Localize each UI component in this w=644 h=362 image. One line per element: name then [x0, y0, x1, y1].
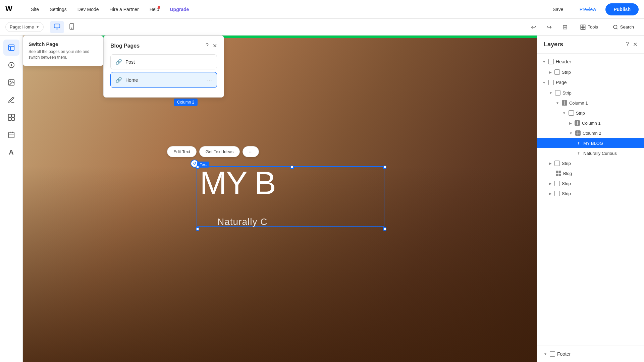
help-icon[interactable]: ?: [206, 43, 209, 49]
layer-naturally-curious[interactable]: T Naturally Curious: [537, 148, 644, 158]
sidebar-item-media[interactable]: [3, 74, 19, 90]
svg-rect-22: [8, 118, 11, 120]
blog-page-post-label: Post: [125, 59, 135, 65]
layer-my-blog[interactable]: T MY BLOG: [537, 138, 644, 148]
strip-icon: [569, 110, 574, 116]
main-area: A Switch Page See all the pages on your …: [0, 36, 644, 362]
layer-label: Column 1: [569, 101, 588, 106]
nav-help[interactable]: Help: [146, 4, 163, 15]
blog-page-home-label: Home: [125, 77, 138, 83]
collapse-icon: ▼: [542, 81, 546, 84]
grid-icon: [556, 171, 561, 176]
header-section-label: Header: [556, 59, 571, 64]
column-icon: [562, 100, 567, 106]
preview-button[interactable]: Preview: [573, 4, 603, 15]
page-selector-label: Page: Home: [10, 24, 34, 29]
strip-icon: [555, 90, 560, 96]
close-icon[interactable]: ✕: [213, 43, 217, 49]
svg-rect-23: [11, 118, 14, 120]
layers-title: Layers: [544, 41, 563, 48]
search-label: Search: [620, 24, 634, 29]
layers-header-icons: ? ✕: [626, 41, 637, 48]
resize-handle-ml[interactable]: [196, 227, 199, 231]
page-selector[interactable]: Page: Home ▼: [5, 22, 44, 32]
layer-label: Strip: [562, 161, 571, 166]
layer-column1[interactable]: ▼ Column 1: [537, 98, 644, 108]
switch-page-description: See all the pages on your site and switc…: [29, 49, 98, 60]
expand-icon: ▼: [562, 111, 566, 115]
strip-icon: [554, 161, 560, 166]
device-switcher: [50, 21, 78, 33]
publish-button[interactable]: Publish: [605, 3, 639, 15]
resize-handle-tr[interactable]: [383, 166, 386, 169]
layer-inner-col1[interactable]: ▶ Column 1: [537, 118, 644, 128]
tools-button[interactable]: Tools: [576, 22, 602, 33]
redo-button[interactable]: ↪: [544, 21, 554, 34]
my-blog-text[interactable]: MY B: [197, 167, 384, 199]
strip-icon: [554, 191, 560, 196]
sidebar-item-blog[interactable]: [3, 92, 19, 108]
sidebar-item-fonts[interactable]: A: [3, 144, 19, 160]
layers-header: Layers ? ✕: [537, 36, 644, 54]
more-options-icon[interactable]: ···: [207, 76, 212, 83]
layer-label: Column 2: [583, 131, 601, 136]
layer-page-strip[interactable]: ▼ Strip: [537, 88, 644, 98]
editor-toolbar: Page: Home ▼ ↩ ↪ ⊞ Tools Search: [0, 19, 644, 36]
naturally-curious-text: Naturally C: [217, 217, 267, 227]
undo-button[interactable]: ↩: [528, 21, 539, 34]
blog-page-post[interactable]: 🔗 Post: [110, 54, 217, 69]
zoom-button[interactable]: ⊞: [560, 21, 570, 34]
layers-close-icon[interactable]: ✕: [633, 41, 637, 48]
layer-inner-col2[interactable]: ▼ Column 2: [537, 128, 644, 138]
sidebar-item-pages[interactable]: [3, 40, 19, 56]
top-navigation: W Site Settings Dev Mode Hire a Partner …: [0, 0, 644, 19]
nav-hire-partner[interactable]: Hire a Partner: [106, 4, 143, 15]
layer-inner-strip[interactable]: ▼ Strip: [537, 108, 644, 118]
blog-page-home[interactable]: 🔗 Home ···: [110, 72, 217, 88]
nav-settings[interactable]: Settings: [46, 4, 71, 15]
layer-strip-3[interactable]: ▶ Strip: [537, 178, 644, 188]
sidebar-item-bookings[interactable]: [3, 127, 19, 143]
edit-text-button[interactable]: Edit Text: [167, 146, 197, 157]
get-text-ideas-button[interactable]: Get Text Ideas: [199, 146, 240, 157]
text-icon: T: [576, 150, 581, 156]
layer-label: Strip: [562, 191, 571, 196]
resize-handle-tl[interactable]: [196, 166, 199, 169]
blog-panel-title: Blog Pages: [110, 43, 140, 49]
expand-icon: ▼: [556, 101, 559, 105]
section-icon: [550, 351, 555, 357]
svg-rect-6: [581, 25, 583, 27]
resize-handle-tc[interactable]: [290, 166, 294, 169]
more-options-button[interactable]: ···: [243, 146, 259, 157]
blog-pages-panel: Blog Pages ? ✕ 🔗 Post 🔗 Home ···: [103, 36, 224, 98]
layers-page-section[interactable]: ▼ Page: [537, 77, 644, 88]
layer-label: Column 1: [582, 121, 601, 126]
layer-label: MY BLOG: [583, 141, 603, 146]
svg-rect-20: [8, 114, 11, 117]
strip-icon: [554, 181, 560, 186]
layer-label: Naturally Curious: [583, 151, 617, 156]
editor-tools: ↩ ↪ ⊞ Tools Search: [528, 21, 639, 34]
layer-strip-4[interactable]: ▶ Strip: [537, 188, 644, 198]
save-button[interactable]: Save: [546, 4, 570, 15]
layers-help-icon[interactable]: ?: [626, 41, 629, 48]
svg-rect-24: [8, 132, 14, 138]
footer-section-toggle[interactable]: ▼ Footer: [544, 351, 637, 357]
desktop-view-button[interactable]: [50, 21, 64, 33]
resize-handle-mr[interactable]: [383, 227, 386, 231]
nav-devmode[interactable]: Dev Mode: [73, 4, 103, 15]
layers-panel: Layers ? ✕ ▼ Header ▶ Strip ▼: [537, 36, 644, 362]
sidebar-item-apps[interactable]: [3, 109, 19, 125]
strip-icon: [554, 69, 560, 75]
layer-blog[interactable]: Blog: [537, 168, 644, 178]
nav-site[interactable]: Site: [27, 4, 43, 15]
mobile-view-button[interactable]: [65, 21, 78, 33]
nav-upgrade[interactable]: Upgrade: [166, 4, 193, 15]
sidebar-item-add[interactable]: [3, 57, 19, 73]
svg-rect-1: [54, 24, 60, 28]
layer-header-strip[interactable]: ▶ Strip: [537, 67, 644, 77]
layers-header-section[interactable]: ▼ Header: [537, 56, 644, 67]
layer-blog-strip[interactable]: ▶ Strip: [537, 158, 644, 168]
search-button[interactable]: Search: [608, 22, 639, 33]
expand-icon: ▶: [549, 182, 552, 185]
